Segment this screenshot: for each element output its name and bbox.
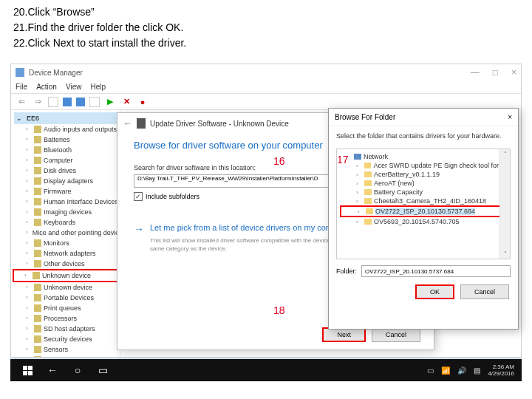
dm-title-text: Device Manager: [29, 69, 83, 77]
dm-titlebar: Device Manager — □ ×: [11, 64, 521, 81]
tree-item[interactable]: ›SD host adapters: [14, 324, 120, 334]
tree-item[interactable]: ›Network adapters: [14, 248, 120, 259]
tree-root-label: EE6: [27, 113, 39, 123]
ok-button[interactable]: OK: [415, 284, 454, 299]
close-button[interactable]: ×: [511, 67, 516, 78]
tree-item[interactable]: ›Audio inputs and outputs: [14, 124, 120, 134]
tray-network-icon[interactable]: 📶: [441, 366, 450, 375]
tree-item[interactable]: ›Portable Devices: [14, 293, 120, 303]
bff-tree-item[interactable]: ›OV5693_20.10154.5740.705: [340, 217, 507, 226]
menu-help[interactable]: Help: [90, 83, 106, 91]
wizard-back-icon[interactable]: ←: [123, 118, 132, 129]
taskview-button[interactable]: ▭: [90, 359, 115, 381]
taskbar-clock[interactable]: 2:36 AM4/29/2016: [488, 364, 517, 377]
menu-view[interactable]: View: [66, 83, 82, 91]
bff-folder-label: Folder:: [336, 267, 357, 275]
tree-item[interactable]: ›Firmware: [14, 186, 120, 197]
tree-item[interactable]: ›Mice and other pointing devices: [14, 228, 120, 238]
tree-item[interactable]: ›Security devices: [14, 334, 120, 344]
tree-item[interactable]: ›Unknown device: [13, 269, 120, 282]
bff-tree-item[interactable]: ›Cheetah3_Camera_TH2_4ID_160418: [340, 197, 507, 205]
tool-icon[interactable]: [89, 97, 100, 107]
desktop-screenshot: Device Manager — □ × File Action View He…: [10, 64, 522, 381]
tree-item[interactable]: ›Other devices: [14, 259, 120, 269]
tree-item[interactable]: ›Unknown device: [14, 282, 120, 293]
disable-icon[interactable]: ✕: [120, 96, 132, 108]
callout-16: 16: [273, 155, 285, 167]
bff-tree-item[interactable]: ›Battery Capacity: [340, 188, 507, 197]
callout-18: 18: [273, 304, 285, 316]
start-button[interactable]: [15, 359, 40, 381]
taskbar-back[interactable]: ←: [40, 359, 65, 381]
tree-item[interactable]: ›Sensors: [14, 344, 120, 355]
tree-item[interactable]: ›Batteries: [14, 134, 120, 145]
tree-item[interactable]: ›Human Interface Devices: [14, 197, 120, 207]
forward-icon[interactable]: ⇒: [32, 96, 44, 108]
pick-link-text: Let me pick from a list of device driver…: [150, 223, 351, 232]
tool-icon[interactable]: [76, 98, 85, 106]
enable-icon[interactable]: ▶: [104, 96, 116, 108]
include-subfolders-checkbox[interactable]: ✓: [134, 192, 143, 201]
menu-file[interactable]: File: [16, 83, 27, 91]
uninstall-icon[interactable]: ●: [137, 96, 149, 108]
dm-tree[interactable]: ⌄ EE6 ›Audio inputs and outputs›Batterie…: [11, 110, 120, 357]
system-tray: ▭ 📶 🔊 ▤ 2:36 AM4/29/2016: [427, 364, 517, 377]
tree-item[interactable]: ›Monitors: [14, 238, 120, 248]
tree-item[interactable]: ›Print queues: [14, 303, 120, 313]
bff-folder-input[interactable]: [361, 265, 511, 277]
tree-root[interactable]: ⌄ EE6: [14, 112, 120, 124]
bff-tree-item[interactable]: ›Network: [340, 152, 507, 161]
bff-scrollbar[interactable]: ˄˅: [499, 149, 510, 259]
tool-icon[interactable]: [63, 98, 72, 106]
wizard-icon: [137, 118, 146, 129]
wizard-title: Update Driver Software - Unknown Device: [150, 120, 289, 128]
tree-item[interactable]: ›Display adapters: [14, 176, 120, 186]
tool-icon[interactable]: [48, 97, 58, 107]
bff-tree-item[interactable]: ›Acer SWRD update PE Sign check tool for…: [340, 161, 507, 170]
taskbar: ← ○ ▭ ▭ 📶 🔊 ▤ 2:36 AM4/29/2016: [10, 359, 522, 381]
tray-volume-icon[interactable]: 🔊: [457, 366, 466, 375]
cancel-button[interactable]: Cancel: [372, 327, 420, 342]
instruction-20: 20.Click “Browse”: [13, 4, 519, 20]
bff-tree[interactable]: ›Network›Acer SWRD update PE Sign check …: [336, 149, 511, 259]
dm-menubar: File Action View Help: [11, 81, 521, 94]
bff-cancel-button[interactable]: Cancel: [460, 284, 509, 299]
instruction-22: 22.Click Next to start install the drive…: [13, 35, 519, 51]
next-button[interactable]: Next: [322, 327, 366, 342]
include-subfolders-label: Include subfolders: [146, 193, 200, 200]
bff-tree-item[interactable]: ›AeroAT (new): [340, 179, 507, 188]
bff-selected-folder[interactable]: ›OV2722_ISP_20.10130.5737.684: [340, 205, 507, 217]
back-icon[interactable]: ⇐: [16, 96, 27, 108]
tree-item[interactable]: ›Keyboards: [14, 217, 120, 228]
tree-item[interactable]: ›Processors: [14, 313, 120, 324]
tree-item[interactable]: ›Disk drives: [14, 166, 120, 176]
instruction-21: 21.Find the driver folder the click OK.: [13, 20, 519, 35]
tree-item[interactable]: ›Software devices: [14, 355, 120, 357]
callout-17: 17: [337, 154, 349, 166]
maximize-button[interactable]: □: [493, 67, 498, 78]
arrow-icon: →: [134, 223, 144, 235]
tree-item[interactable]: ›Bluetooth: [14, 145, 120, 155]
tray-battery-icon[interactable]: ▭: [427, 366, 434, 375]
cortana-button[interactable]: ○: [65, 359, 90, 381]
tree-item[interactable]: ›Imaging devices: [14, 207, 120, 217]
bff-message: Select the folder that contains drivers …: [329, 126, 518, 146]
browse-for-folder-dialog: Browse For Folder × Select the folder th…: [328, 108, 519, 330]
bff-close-button[interactable]: ×: [508, 113, 512, 121]
tray-notifications-icon[interactable]: ▤: [474, 366, 480, 375]
dm-app-icon: [16, 68, 24, 77]
minimize-button[interactable]: —: [471, 67, 480, 78]
bff-tree-item[interactable]: ›AcerBattery_v0.1.1.19: [340, 170, 507, 179]
tree-item[interactable]: ›Computer: [14, 155, 120, 166]
menu-action[interactable]: Action: [36, 83, 57, 91]
bff-title: Browse For Folder: [335, 113, 395, 121]
